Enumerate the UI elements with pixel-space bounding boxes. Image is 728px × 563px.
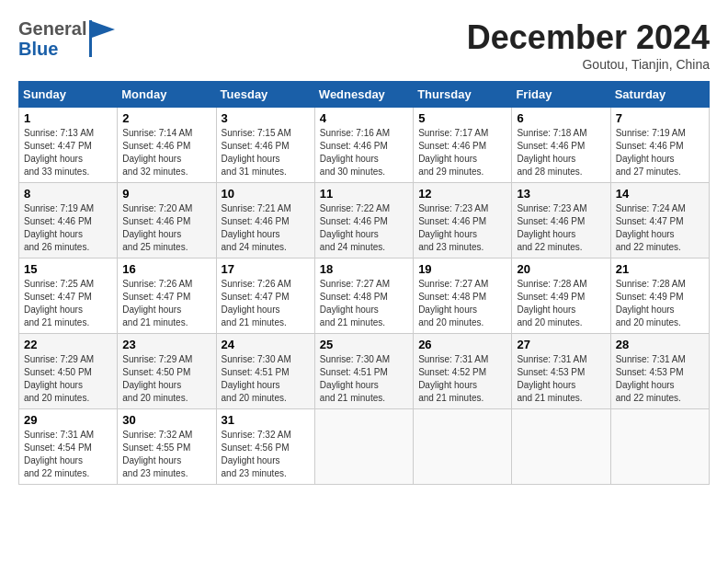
day-info: Sunrise: 7:19 AM Sunset: 4:46 PM Dayligh…	[24, 202, 112, 254]
weekday-header-saturday: Saturday	[610, 82, 709, 108]
day-info: Sunrise: 7:27 AM Sunset: 4:48 PM Dayligh…	[320, 278, 408, 329]
weekday-header-monday: Monday	[118, 82, 216, 108]
page-header: General Blue December 2024 Goutou, Tianj…	[18, 18, 710, 72]
day-info: Sunrise: 7:14 AM Sunset: 4:46 PM Dayligh…	[122, 127, 210, 178]
logo-general: General	[18, 18, 86, 39]
calendar-cell	[414, 409, 512, 485]
calendar-cell: 6 Sunrise: 7:18 AM Sunset: 4:46 PM Dayli…	[512, 108, 610, 183]
calendar-cell: 31 Sunrise: 7:32 AM Sunset: 4:56 PM Dayl…	[216, 409, 314, 485]
day-number: 10	[222, 187, 310, 201]
calendar-cell: 1 Sunrise: 7:13 AM Sunset: 4:47 PM Dayli…	[19, 108, 118, 183]
day-number: 26	[418, 338, 506, 351]
calendar-cell: 28 Sunrise: 7:31 AM Sunset: 4:53 PM Dayl…	[610, 334, 709, 409]
day-info: Sunrise: 7:30 AM Sunset: 4:51 PM Dayligh…	[320, 353, 408, 405]
calendar-cell: 14 Sunrise: 7:24 AM Sunset: 4:47 PM Dayl…	[610, 183, 709, 259]
day-number: 8	[24, 187, 112, 201]
day-info: Sunrise: 7:19 AM Sunset: 4:46 PM Dayligh…	[616, 127, 704, 178]
day-info: Sunrise: 7:27 AM Sunset: 4:48 PM Dayligh…	[418, 278, 506, 329]
calendar-cell: 3 Sunrise: 7:15 AM Sunset: 4:46 PM Dayli…	[216, 108, 314, 183]
day-number: 2	[122, 111, 210, 125]
calendar-cell: 13 Sunrise: 7:23 AM Sunset: 4:46 PM Dayl…	[512, 183, 610, 259]
day-info: Sunrise: 7:13 AM Sunset: 4:47 PM Dayligh…	[24, 127, 112, 178]
day-number: 14	[616, 187, 704, 201]
calendar-cell: 25 Sunrise: 7:30 AM Sunset: 4:51 PM Dayl…	[314, 334, 413, 409]
day-number: 25	[320, 338, 408, 351]
weekday-header-thursday: Thursday	[414, 82, 512, 108]
day-info: Sunrise: 7:20 AM Sunset: 4:46 PM Dayligh…	[122, 202, 210, 254]
calendar-cell: 5 Sunrise: 7:17 AM Sunset: 4:46 PM Dayli…	[414, 108, 512, 183]
location-subtitle: Goutou, Tianjin, China	[467, 57, 710, 72]
day-info: Sunrise: 7:28 AM Sunset: 4:49 PM Dayligh…	[517, 278, 605, 329]
svg-rect-1	[89, 20, 92, 57]
day-info: Sunrise: 7:23 AM Sunset: 4:46 PM Dayligh…	[517, 202, 605, 254]
calendar-cell: 30 Sunrise: 7:32 AM Sunset: 4:55 PM Dayl…	[118, 409, 216, 485]
calendar-cell	[314, 409, 413, 485]
day-number: 15	[24, 262, 112, 276]
day-info: Sunrise: 7:21 AM Sunset: 4:46 PM Dayligh…	[222, 202, 310, 254]
day-number: 6	[517, 111, 605, 125]
week-row-2: 8 Sunrise: 7:19 AM Sunset: 4:46 PM Dayli…	[19, 183, 710, 259]
day-info: Sunrise: 7:31 AM Sunset: 4:53 PM Dayligh…	[517, 353, 605, 405]
day-info: Sunrise: 7:26 AM Sunset: 4:47 PM Dayligh…	[122, 278, 210, 329]
day-info: Sunrise: 7:16 AM Sunset: 4:46 PM Dayligh…	[320, 127, 408, 178]
day-number: 22	[24, 338, 112, 351]
logo-blue: Blue	[18, 39, 86, 59]
day-number: 11	[320, 187, 408, 201]
day-info: Sunrise: 7:30 AM Sunset: 4:51 PM Dayligh…	[222, 353, 310, 405]
day-info: Sunrise: 7:26 AM Sunset: 4:47 PM Dayligh…	[222, 278, 310, 329]
day-info: Sunrise: 7:18 AM Sunset: 4:46 PM Dayligh…	[517, 127, 605, 178]
day-number: 19	[418, 262, 506, 276]
day-info: Sunrise: 7:28 AM Sunset: 4:49 PM Dayligh…	[616, 278, 704, 329]
calendar-cell: 17 Sunrise: 7:26 AM Sunset: 4:47 PM Dayl…	[216, 259, 314, 334]
week-row-4: 22 Sunrise: 7:29 AM Sunset: 4:50 PM Dayl…	[19, 334, 710, 409]
day-info: Sunrise: 7:15 AM Sunset: 4:46 PM Dayligh…	[222, 127, 310, 178]
day-info: Sunrise: 7:32 AM Sunset: 4:56 PM Dayligh…	[222, 429, 310, 480]
day-number: 9	[122, 187, 210, 201]
day-number: 16	[122, 262, 210, 276]
calendar-cell: 27 Sunrise: 7:31 AM Sunset: 4:53 PM Dayl…	[512, 334, 610, 409]
day-number: 18	[320, 262, 408, 276]
week-row-5: 29 Sunrise: 7:31 AM Sunset: 4:54 PM Dayl…	[19, 409, 710, 485]
calendar-cell: 20 Sunrise: 7:28 AM Sunset: 4:49 PM Dayl…	[512, 259, 610, 334]
calendar-cell: 21 Sunrise: 7:28 AM Sunset: 4:49 PM Dayl…	[610, 259, 709, 334]
day-number: 27	[517, 338, 605, 351]
logo: General Blue	[18, 18, 117, 59]
calendar-cell: 2 Sunrise: 7:14 AM Sunset: 4:46 PM Dayli…	[118, 108, 216, 183]
day-number: 4	[320, 111, 408, 125]
day-number: 28	[616, 338, 704, 351]
calendar-cell: 29 Sunrise: 7:31 AM Sunset: 4:54 PM Dayl…	[19, 409, 118, 485]
weekday-header-tuesday: Tuesday	[216, 82, 314, 108]
title-block: December 2024 Goutou, Tianjin, China	[467, 18, 710, 72]
calendar-cell: 4 Sunrise: 7:16 AM Sunset: 4:46 PM Dayli…	[314, 108, 413, 183]
calendar-cell: 16 Sunrise: 7:26 AM Sunset: 4:47 PM Dayl…	[118, 259, 216, 334]
calendar-cell: 26 Sunrise: 7:31 AM Sunset: 4:52 PM Dayl…	[414, 334, 512, 409]
day-info: Sunrise: 7:24 AM Sunset: 4:47 PM Dayligh…	[616, 202, 704, 254]
logo-flag-icon	[89, 20, 117, 57]
calendar-cell: 11 Sunrise: 7:22 AM Sunset: 4:46 PM Dayl…	[314, 183, 413, 259]
day-info: Sunrise: 7:23 AM Sunset: 4:46 PM Dayligh…	[418, 202, 506, 254]
day-number: 17	[222, 262, 310, 276]
calendar-cell: 15 Sunrise: 7:25 AM Sunset: 4:47 PM Dayl…	[19, 259, 118, 334]
day-number: 3	[222, 111, 310, 125]
day-number: 5	[418, 111, 506, 125]
logo: General Blue	[18, 18, 117, 59]
day-number: 7	[616, 111, 704, 125]
weekday-header-wednesday: Wednesday	[314, 82, 413, 108]
day-info: Sunrise: 7:32 AM Sunset: 4:55 PM Dayligh…	[122, 429, 210, 480]
calendar-cell: 9 Sunrise: 7:20 AM Sunset: 4:46 PM Dayli…	[118, 183, 216, 259]
week-row-3: 15 Sunrise: 7:25 AM Sunset: 4:47 PM Dayl…	[19, 259, 710, 334]
calendar-cell: 23 Sunrise: 7:29 AM Sunset: 4:50 PM Dayl…	[118, 334, 216, 409]
day-number: 13	[517, 187, 605, 201]
calendar-cell: 8 Sunrise: 7:19 AM Sunset: 4:46 PM Dayli…	[19, 183, 118, 259]
day-number: 12	[418, 187, 506, 201]
day-info: Sunrise: 7:25 AM Sunset: 4:47 PM Dayligh…	[24, 278, 112, 329]
svg-marker-0	[89, 20, 115, 39]
calendar-cell: 22 Sunrise: 7:29 AM Sunset: 4:50 PM Dayl…	[19, 334, 118, 409]
week-row-1: 1 Sunrise: 7:13 AM Sunset: 4:47 PM Dayli…	[19, 108, 710, 183]
day-number: 30	[122, 413, 210, 427]
day-info: Sunrise: 7:29 AM Sunset: 4:50 PM Dayligh…	[122, 353, 210, 405]
calendar-cell: 7 Sunrise: 7:19 AM Sunset: 4:46 PM Dayli…	[610, 108, 709, 183]
calendar-table: SundayMondayTuesdayWednesdayThursdayFrid…	[18, 81, 710, 485]
day-info: Sunrise: 7:17 AM Sunset: 4:46 PM Dayligh…	[418, 127, 506, 178]
calendar-cell: 18 Sunrise: 7:27 AM Sunset: 4:48 PM Dayl…	[314, 259, 413, 334]
